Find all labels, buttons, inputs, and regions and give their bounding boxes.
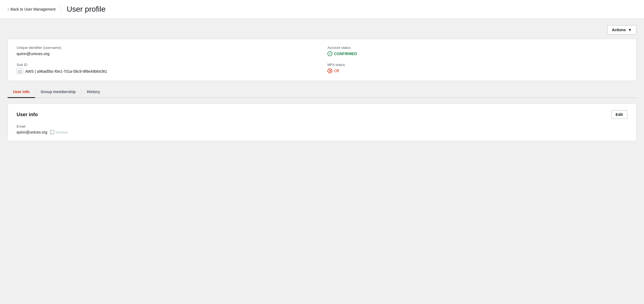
sub-id-uuid: a96ad5bc-f0e1-701a-58c9-9f8e49b64361 <box>37 69 107 74</box>
mfa-status-off: ✕ Off <box>327 68 627 73</box>
section-header: User info Edit <box>17 110 627 119</box>
verified-label: Verified <box>56 130 67 134</box>
sub-id-label: Sub ID <box>17 63 317 67</box>
tab-user-info[interactable]: User info <box>8 86 35 98</box>
actions-row: Actions ▼ <box>8 25 636 34</box>
chevron-down-icon: ▼ <box>628 28 632 32</box>
tab-history-label: History <box>87 90 100 94</box>
back-arrow-icon: ‹ <box>8 7 9 11</box>
confirmed-check-icon: ✓ <box>327 51 332 56</box>
username-value: quinn@unices.org <box>17 51 317 56</box>
username-field: Unique identifier (username) quinn@unice… <box>17 46 317 56</box>
email-value-row: quinn@unices.org ✓ Verified <box>17 130 627 134</box>
copy-sub-id-button[interactable]: ▯▯ <box>17 68 23 74</box>
mfa-off-icon: ✕ <box>327 68 332 73</box>
main-content: Actions ▼ Unique identifier (username) q… <box>0 19 644 304</box>
account-status-label: Account status <box>327 46 627 50</box>
account-status-confirmed: ✓ CONFIRMED <box>327 51 627 56</box>
tab-user-info-label: User info <box>13 90 30 94</box>
profile-card: Unique identifier (username) quinn@unice… <box>8 39 636 81</box>
sub-id-row: ▯▯ AWS | a96ad5bc-f0e1-701a-58c9-9f8e49b… <box>17 68 317 74</box>
user-info-section-card: User info Edit Email quinn@unices.org ✓ … <box>8 103 636 141</box>
mfa-status-value: Off <box>334 69 339 73</box>
actions-button-label: Actions <box>612 28 626 32</box>
verified-badge: ✓ Verified <box>50 130 67 134</box>
top-bar-divider <box>61 5 61 14</box>
sub-id-prefix: AWS | <box>25 69 37 74</box>
account-status-field: Account status ✓ CONFIRMED <box>327 46 627 56</box>
sub-id-value: AWS | a96ad5bc-f0e1-701a-58c9-9f8e49b643… <box>25 69 107 74</box>
verified-check-icon: ✓ <box>50 130 54 134</box>
section-title: User info <box>17 112 38 118</box>
edit-button[interactable]: Edit <box>611 110 627 119</box>
account-status-value: CONFIRMED <box>334 52 357 56</box>
tab-group-membership[interactable]: Group membership <box>35 86 81 98</box>
email-label: Email <box>17 124 627 128</box>
tabs-row: User info Group membership History <box>8 86 636 98</box>
profile-grid: Unique identifier (username) quinn@unice… <box>17 46 627 74</box>
top-bar: ‹ Back to User Management User profile <box>0 0 644 19</box>
actions-button[interactable]: Actions ▼ <box>607 25 636 34</box>
back-to-user-management-link[interactable]: ‹ Back to User Management <box>8 7 55 11</box>
tab-history[interactable]: History <box>82 86 105 98</box>
page-title: User profile <box>67 5 105 14</box>
username-label: Unique identifier (username) <box>17 46 317 50</box>
sub-id-field: Sub ID ▯▯ AWS | a96ad5bc-f0e1-701a-58c9-… <box>17 63 317 74</box>
mfa-status-field: MFA status ✕ Off <box>327 63 627 74</box>
back-link-label: Back to User Management <box>11 7 56 11</box>
email-field: Email quinn@unices.org ✓ Verified <box>17 124 627 134</box>
email-value: quinn@unices.org <box>17 130 47 134</box>
mfa-status-label: MFA status <box>327 63 627 67</box>
tab-group-membership-label: Group membership <box>41 90 76 94</box>
